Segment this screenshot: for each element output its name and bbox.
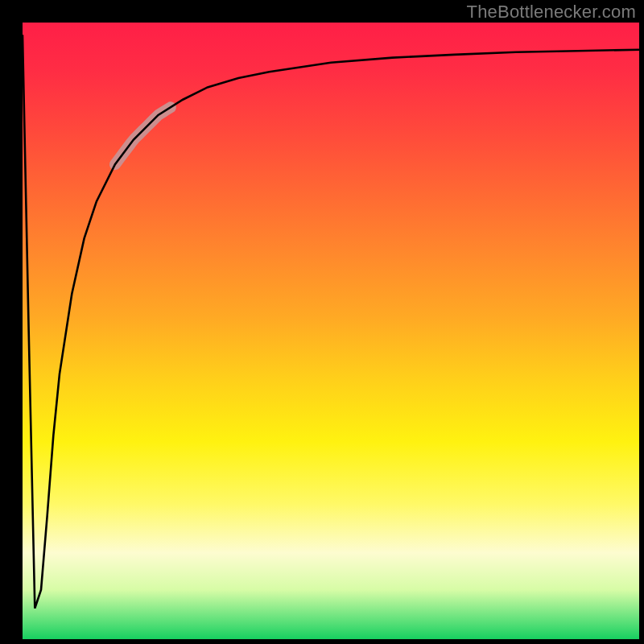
curve-highlight-segment xyxy=(115,107,171,164)
bottleneck-curve-svg xyxy=(23,23,639,639)
watermark-text: TheBottlenecker.com xyxy=(467,2,636,23)
chart-container: TheBottlenecker.com xyxy=(0,0,644,644)
bottleneck-curve-path xyxy=(23,35,639,608)
